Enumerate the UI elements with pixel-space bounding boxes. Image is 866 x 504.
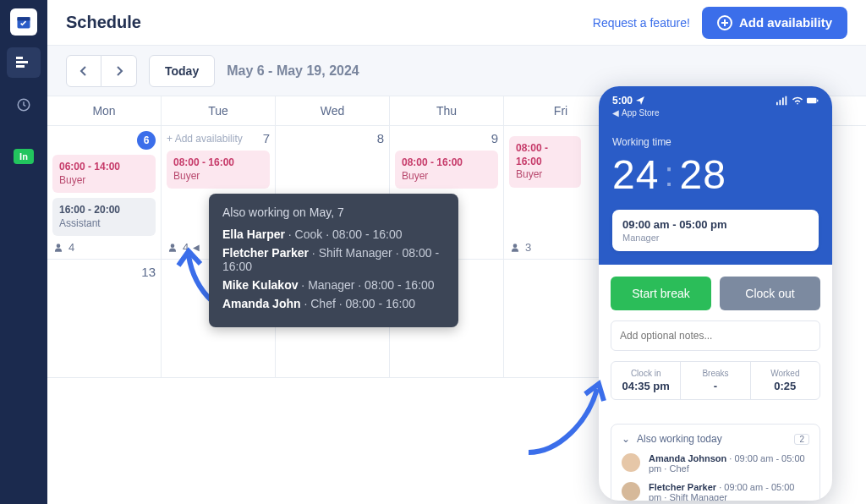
next-week-button[interactable] <box>101 55 137 87</box>
svg-rect-9 <box>786 96 787 106</box>
signal-icon <box>776 96 788 106</box>
weekday-label: Tue <box>162 96 276 125</box>
avatar <box>622 453 640 472</box>
page-header: Schedule Request a feature! Add availabi… <box>47 0 866 46</box>
tooltip-row: Ella Harper · Cook · 08:00 - 16:00 <box>222 227 445 241</box>
wifi-icon <box>792 96 803 106</box>
current-shift-card: 09:00 am - 05:00 pm Manager <box>612 210 819 251</box>
svg-rect-8 <box>782 98 784 106</box>
svg-rect-7 <box>780 100 781 105</box>
clock-out-button[interactable]: Clock out <box>720 277 820 310</box>
clockin-status-badge: In <box>14 149 34 164</box>
day-cell-mon-6[interactable]: 6 06:00 - 14:00 Buyer 16:00 - 20:00 Assi… <box>47 126 162 260</box>
svg-rect-3 <box>16 61 28 63</box>
avatar <box>622 482 640 501</box>
nav-item-schedule-icon[interactable] <box>7 47 41 78</box>
people-icon <box>509 242 521 254</box>
add-availability-label: Add availability <box>739 15 832 30</box>
tooltip-row: Mike Kulakov · Manager · 08:00 - 16:00 <box>222 278 445 292</box>
svg-rect-4 <box>16 65 25 68</box>
also-working-panel[interactable]: ⌄ Also working today 2 Amanda Johnson · … <box>611 424 820 501</box>
coworker-row[interactable]: Amanda Johnson · 09:00 am - 05:00 pm · C… <box>622 453 809 474</box>
shift-stats: Clock in 04:35 pm Breaks - Worked 0:25 <box>611 361 820 400</box>
tooltip-title: Also working on May, 7 <box>222 205 445 219</box>
prev-week-button[interactable] <box>66 55 101 87</box>
phone-status-bar: 5:00 <box>612 95 819 107</box>
svg-rect-10 <box>807 98 816 103</box>
svg-rect-1 <box>18 17 30 20</box>
notes-input[interactable] <box>611 320 820 351</box>
today-button[interactable]: Today <box>149 55 215 87</box>
svg-rect-2 <box>16 57 23 59</box>
add-availability-button[interactable]: Add availability <box>702 7 847 39</box>
weekday-label: Mon <box>47 96 162 125</box>
also-working-count: 2 <box>794 434 809 445</box>
date-pill-current: 6 <box>137 131 156 150</box>
shift-chip[interactable]: 16:00 - 20:00 Assistant <box>52 198 156 236</box>
battery-icon <box>807 96 819 106</box>
plus-icon <box>717 15 732 30</box>
also-working-tooltip: Also working on May, 7 Ella Harper · Coo… <box>209 194 458 327</box>
location-icon <box>636 96 644 105</box>
side-rail: In <box>0 0 47 504</box>
shift-chip[interactable]: 08:00 - 16:00 Buyer <box>395 151 498 189</box>
start-break-button[interactable]: Start break <box>611 277 711 310</box>
nav-item-clock-icon[interactable] <box>7 90 41 120</box>
working-time-label: Working time <box>612 136 819 148</box>
phone-back-link[interactable]: ◀ App Store <box>612 108 819 118</box>
mobile-preview: 5:00 ◀ App Store Working time 24:28 09:0… <box>599 86 832 501</box>
weekday-label: Thu <box>390 96 504 125</box>
svg-rect-11 <box>817 100 818 102</box>
people-icon <box>52 242 64 254</box>
tooltip-row: Amanda John · Chef · 08:00 - 16:00 <box>222 297 445 310</box>
date-range-label: May 6 - May 19, 2024 <box>227 63 359 79</box>
app-logo[interactable] <box>10 8 37 36</box>
shift-chip[interactable]: 08:00 - 16:00 Buyer <box>509 136 581 188</box>
people-count[interactable]: 3 <box>509 241 612 254</box>
weekday-label: Wed <box>276 96 390 125</box>
shift-chip[interactable]: 08:00 - 16:00 Buyer <box>167 151 270 189</box>
day-cell-mon-13[interactable]: 13 <box>47 260 162 378</box>
coworker-row[interactable]: Fletcher Parker · 09:00 am - 05:00 pm · … <box>622 482 809 501</box>
tooltip-row: Fletcher Parker · Shift Manager · 08:00 … <box>222 246 445 273</box>
shift-chip[interactable]: 06:00 - 14:00 Buyer <box>52 155 156 193</box>
working-timer: 24:28 <box>612 151 819 198</box>
annotation-arrow-icon <box>516 372 609 457</box>
chevron-down-icon: ⌄ <box>622 433 630 445</box>
svg-rect-6 <box>776 102 778 106</box>
page-title: Schedule <box>66 13 141 32</box>
also-working-label: Also working today <box>637 433 722 445</box>
add-availability-hint[interactable]: + Add availability <box>167 133 243 145</box>
request-feature-link[interactable]: Request a feature! <box>593 16 690 30</box>
people-count[interactable]: 4 <box>52 241 156 254</box>
